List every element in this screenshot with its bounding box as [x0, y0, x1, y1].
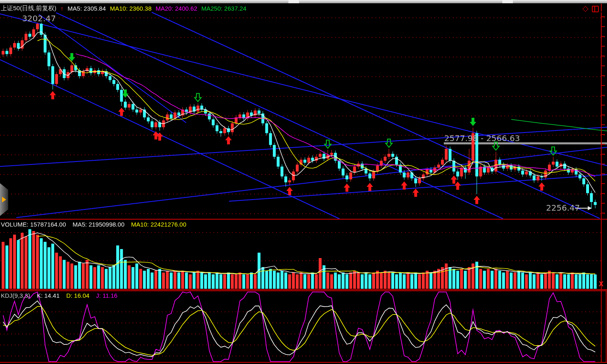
volume-pane-header: VOLUME: 15787164.00 MA5: 21950998.00 MA1…	[1, 221, 191, 228]
close-indicator-button[interactable]: X	[599, 280, 603, 288]
diamond-icon[interactable]: ◇	[582, 4, 589, 12]
low-price-label: 2256.47	[546, 203, 580, 213]
ma250-value: MA250: 2637.24	[201, 5, 246, 12]
gap-price-label: 2577.98 - 2566.63	[444, 133, 520, 143]
volume-ma5-value: MA5: 21950998.00	[72, 221, 124, 228]
kdj-k-value: K: 14.41	[37, 292, 60, 299]
split-window-icon-divider	[594, 7, 595, 11]
scrollbar-notch	[288, 0, 299, 3]
kdj-indicator-name: KDJ(9,3,3)	[1, 292, 30, 299]
ma20-value: MA20: 2400.62	[156, 5, 198, 12]
volume-ma10-value: MA10: 22421276.00	[131, 221, 186, 228]
kdj-d-value: D: 16.04	[66, 292, 90, 299]
ma5-value: MA5: 2305.84	[67, 5, 106, 12]
chart-header: 上证50(日线.前复权) ↑ MA5: 2305.84 MA10: 2360.3…	[1, 4, 250, 12]
kdj-pane-header: KDJ(9,3,3) K: 14.41 D: 16.04 J: 11.16	[1, 292, 122, 299]
up-arrow-icon: ↑	[61, 5, 64, 12]
symbol-title: 上证50(日线.前复权)	[1, 4, 56, 12]
volume-value: VOLUME: 15787164.00	[1, 221, 66, 228]
peak-price-label: 3202.47	[22, 13, 56, 23]
ma10-value: MA10: 2360.38	[110, 5, 152, 12]
axis-top-notch	[601, 4, 602, 11]
split-window-icon[interactable]	[592, 6, 599, 12]
kdj-j-value: J: 11.16	[96, 292, 117, 299]
scrollbar-notch	[502, 0, 513, 3]
window-top-scrollbar[interactable]	[0, 0, 607, 3]
trading-app-window: 上证50(日线.前复权) ↑ MA5: 2305.84 MA10: 2360.3…	[0, 0, 607, 364]
expander-arrow-icon	[2, 197, 6, 202]
chart-canvas[interactable]	[0, 0, 607, 364]
